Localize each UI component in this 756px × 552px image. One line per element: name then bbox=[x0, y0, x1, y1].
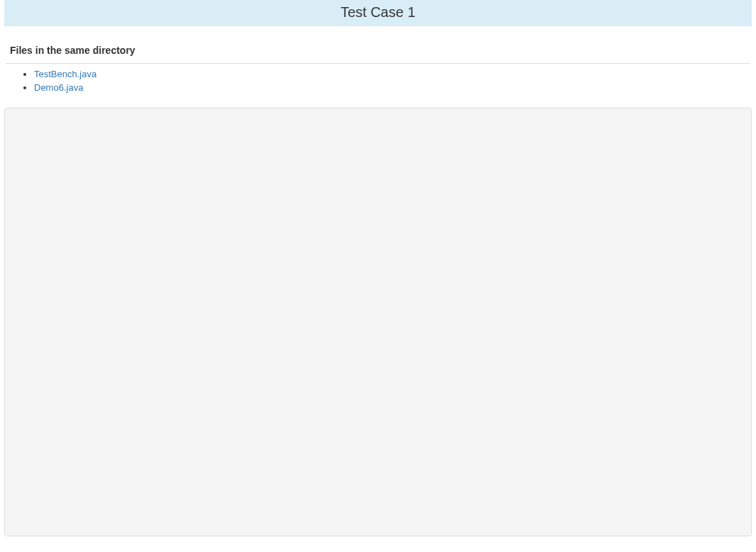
divider bbox=[6, 63, 750, 64]
list-item: Demo6.java bbox=[34, 81, 756, 95]
list-item: TestBench.java bbox=[34, 68, 756, 81]
page-title: Test Case 1 bbox=[4, 0, 752, 26]
page-title-text: Test Case 1 bbox=[340, 4, 416, 20]
file-list: TestBench.java Demo6.java bbox=[0, 68, 756, 95]
code-inner: , T, U, V, W, Y, Z, A, B, C, D, E, F, G,… bbox=[5, 108, 751, 536]
file-link-demo6[interactable]: Demo6.java bbox=[34, 82, 83, 93]
code-block: , T, U, V, W, Y, Z, A, B, C, D, E, F, G,… bbox=[4, 108, 752, 536]
files-section: Files in the same directory bbox=[0, 26, 756, 63]
files-heading: Files in the same directory bbox=[10, 45, 746, 56]
code-scroll-area[interactable]: , T, U, V, W, Y, Z, A, B, C, D, E, F, G,… bbox=[5, 108, 751, 536]
file-link-testbench[interactable]: TestBench.java bbox=[34, 69, 96, 79]
